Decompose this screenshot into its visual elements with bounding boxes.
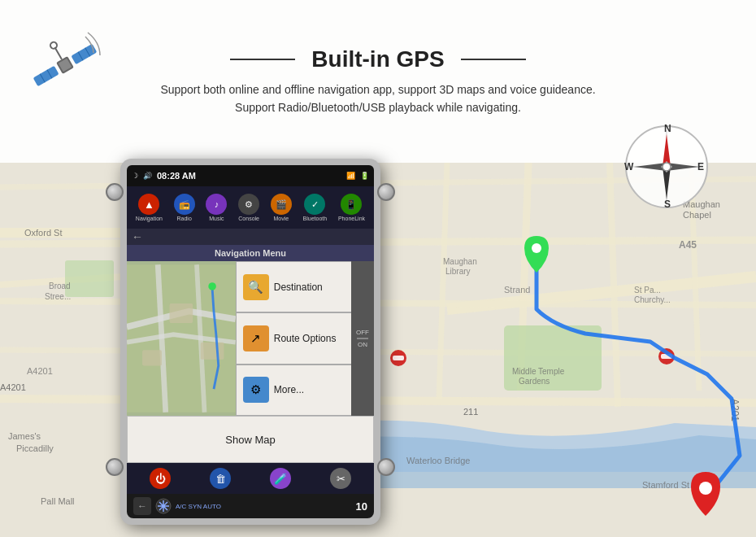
nav-icon-console[interactable]: ⚙ Console — [238, 194, 259, 221]
route-options-label: Route Options — [274, 333, 337, 344]
svg-point-32 — [532, 243, 541, 253]
svg-point-56 — [663, 163, 671, 171]
svg-text:W: W — [624, 161, 634, 172]
volume-icon: 🔊 — [143, 172, 152, 180]
knob-right-top[interactable] — [377, 183, 395, 201]
nav-icon-phonelink[interactable]: 📱 PhoneLink — [338, 194, 365, 221]
svg-text:James's: James's — [8, 431, 41, 441]
compass: N S W E — [622, 122, 711, 212]
ac-number: 10 — [356, 500, 367, 513]
nav-icons-bar: ▲ Navigation 📻 Radio ♪ Music ⚙ Console 🎬… — [127, 186, 374, 229]
svg-point-61 — [208, 282, 216, 290]
back-button-bar: ← — [127, 229, 374, 245]
svg-text:Strand: Strand — [504, 285, 530, 295]
svg-text:Oxford St: Oxford St — [24, 228, 62, 238]
svg-text:Maughan: Maughan — [443, 257, 477, 266]
destination-icon: 🔍 — [243, 274, 269, 300]
ac-bar: ← A/C SYN AUTO 10 — [127, 494, 374, 518]
knob-left-top[interactable] — [106, 183, 124, 201]
settings-button[interactable]: 🗑 — [210, 468, 231, 489]
svg-text:A4201: A4201 — [27, 366, 53, 376]
nav-icon-movie[interactable]: 🎬 Movie — [271, 194, 292, 221]
power-button[interactable]: ⏻ — [150, 468, 171, 489]
svg-text:Broad: Broad — [49, 282, 71, 290]
nav-icon-bluetooth[interactable]: ✓ Bluetooth — [303, 194, 328, 221]
nav-menu-header: Navigation Menu — [127, 245, 374, 261]
destination-label: Destination — [274, 282, 323, 293]
svg-rect-37 — [33, 66, 59, 86]
title-row: Built-in GPS — [230, 46, 525, 72]
main-content-area: 🔍 Destination ↗ Route Options ⚙ More... — [127, 261, 374, 416]
svg-text:Middle Temple: Middle Temple — [512, 367, 565, 376]
off-label: OFF — [356, 329, 369, 336]
svg-text:N: N — [664, 123, 671, 134]
title-line-left — [230, 59, 295, 60]
map-preview — [127, 261, 236, 416]
on-label: ON — [358, 341, 367, 348]
signal-icon: 📶 — [346, 172, 355, 180]
route-icon: ↗ — [243, 325, 269, 351]
svg-text:A4201: A4201 — [0, 382, 26, 392]
knob-left-bottom[interactable] — [106, 458, 124, 476]
svg-text:Piccadilly: Piccadilly — [16, 443, 54, 453]
svg-text:Library: Library — [445, 267, 471, 276]
svg-rect-3 — [65, 260, 114, 297]
more-label: More... — [274, 384, 304, 395]
nav-icon-music[interactable]: ♪ Music — [206, 194, 227, 221]
subtitle-line2: Support Radio/Bluetooth/USB playback whi… — [235, 98, 521, 116]
more-icon: ⚙ — [243, 377, 269, 403]
svg-point-67 — [162, 504, 165, 508]
page-title: Built-in GPS — [311, 46, 444, 72]
svg-text:Waterloo Bridge: Waterloo Bridge — [406, 456, 470, 465]
back-arrow-icon[interactable]: ← — [132, 230, 143, 243]
battery-icon: 🔋 — [360, 172, 369, 180]
satellite-icon — [24, 24, 106, 106]
off-on-toggle[interactable]: OFF ON — [351, 261, 374, 416]
svg-rect-6 — [393, 356, 404, 360]
svg-point-44 — [50, 41, 59, 50]
svg-text:E: E — [697, 161, 704, 172]
ac-back-button[interactable]: ← — [133, 497, 151, 515]
nav-icon-radio[interactable]: 📻 Radio — [174, 194, 195, 221]
menu-buttons-panel: 🔍 Destination ↗ Route Options ⚙ More... — [236, 261, 374, 416]
time-display: 08:28 AM — [157, 171, 196, 181]
status-bar: ☽ 🔊 08:28 AM 📶 🔋 — [127, 165, 374, 186]
svg-text:Churchy...: Churchy... — [634, 295, 671, 304]
svg-text:Pall Mall: Pall Mall — [41, 496, 75, 506]
svg-point-34 — [699, 482, 712, 495]
svg-rect-59 — [142, 350, 162, 365]
ac-icon — [154, 497, 172, 515]
nav-icon-navigation[interactable]: ▲ Navigation — [136, 194, 163, 221]
car-unit: ☽ 🔊 08:28 AM 📶 🔋 ▲ Navigation 📻 Radio ♪ … — [120, 159, 380, 525]
show-map-button[interactable]: Show Map — [127, 416, 374, 463]
svg-line-43 — [55, 47, 63, 59]
bottom-icons-bar: ⏻ 🗑 🧪 ✂ — [127, 463, 374, 494]
knob-right-bottom[interactable] — [377, 458, 395, 476]
svg-rect-38 — [71, 44, 97, 64]
unit-body: ☽ 🔊 08:28 AM 📶 🔋 ▲ Navigation 📻 Radio ♪ … — [120, 159, 380, 525]
show-map-label: Show Map — [225, 434, 275, 446]
svg-text:Gardens: Gardens — [519, 377, 550, 386]
tools-button[interactable]: ✂ — [330, 468, 351, 489]
svg-rect-58 — [170, 303, 193, 323]
moon-icon: ☽ — [132, 172, 138, 180]
svg-text:Stree...: Stree... — [45, 292, 71, 301]
svg-rect-60 — [201, 343, 224, 360]
subtitle-line1: Support both online and offline navigati… — [160, 81, 595, 98]
svg-text:St Pa...: St Pa... — [634, 286, 661, 295]
ac-text: A/C SYN AUTO — [176, 503, 221, 510]
svg-text:211: 211 — [463, 407, 478, 417]
svg-text:S: S — [664, 199, 671, 210]
flask-button[interactable]: 🧪 — [270, 468, 291, 489]
svg-text:Stamford St: Stamford St — [642, 480, 689, 490]
svg-text:A45: A45 — [679, 239, 697, 251]
toggle-divider — [357, 338, 368, 339]
title-line-right — [461, 59, 526, 60]
